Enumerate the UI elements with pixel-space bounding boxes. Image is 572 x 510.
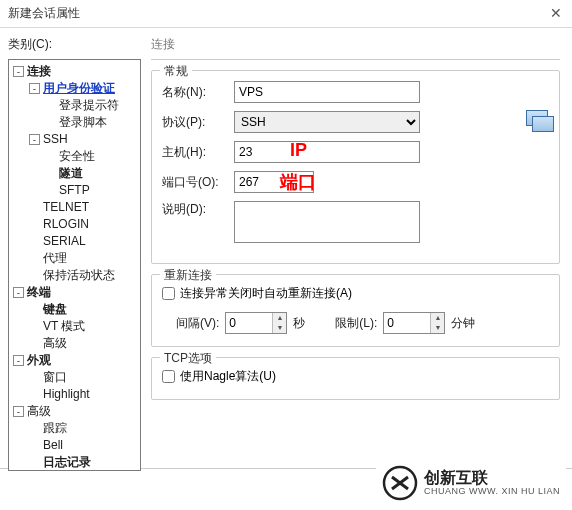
group-reconnect: 重新连接 连接异常关闭时自动重新连接(A) 间隔(V): ▲▼ 秒 限制(L):… xyxy=(151,274,560,347)
brand-en: CHUANG WWW. XIN HU LIAN xyxy=(424,487,560,497)
minutes-label: 分钟 xyxy=(451,315,475,332)
main-panel: 连接 常规 名称(N): 协议(P): SSH 主机(H): IP 端 xyxy=(145,28,572,468)
tree-node[interactable]: 登录脚本 xyxy=(9,114,140,131)
interval-spinner[interactable]: ▲▼ xyxy=(225,312,287,334)
spinner-buttons[interactable]: ▲▼ xyxy=(272,313,286,333)
reconnect-legend: 重新连接 xyxy=(160,267,216,284)
spinner-buttons[interactable]: ▲▼ xyxy=(430,313,444,333)
tree-node[interactable]: -SSH xyxy=(9,131,140,148)
host-input[interactable] xyxy=(234,141,420,163)
category-label: 类别(C): xyxy=(8,36,141,53)
tree-node-label: 登录提示符 xyxy=(59,98,119,112)
expand-icon[interactable]: - xyxy=(29,134,40,145)
content-area: 类别(C): -连接-用户身份验证登录提示符登录脚本-SSH安全性隧道SFTPT… xyxy=(0,28,572,468)
logo-mark-icon xyxy=(382,465,418,501)
tree-node[interactable]: 代理 xyxy=(9,250,140,267)
tree-node[interactable]: Bell xyxy=(9,437,140,454)
auto-reconnect-label: 连接异常关闭时自动重新连接(A) xyxy=(180,285,352,302)
window-title: 新建会话属性 xyxy=(8,5,80,22)
group-tcp: TCP选项 使用Nagle算法(U) xyxy=(151,357,560,400)
tree-node-label: Highlight xyxy=(43,387,90,401)
desc-textarea[interactable] xyxy=(234,201,420,243)
expand-icon[interactable]: - xyxy=(13,287,24,298)
host-label: 主机(H): xyxy=(162,144,234,161)
tree-node[interactable]: -外观 xyxy=(9,352,140,369)
tree-node-label: 隧道 xyxy=(59,166,83,180)
nagle-label: 使用Nagle算法(U) xyxy=(180,368,276,385)
expand-icon[interactable]: - xyxy=(13,406,24,417)
limit-spinner[interactable]: ▲▼ xyxy=(383,312,445,334)
tree-node-label: 安全性 xyxy=(59,149,95,163)
port-input[interactable] xyxy=(234,171,314,193)
tree-node[interactable]: RLOGIN xyxy=(9,216,140,233)
protocol-label: 协议(P): xyxy=(162,114,234,131)
expand-icon[interactable]: - xyxy=(13,355,24,366)
category-tree[interactable]: -连接-用户身份验证登录提示符登录脚本-SSH安全性隧道SFTPTELNETRL… xyxy=(8,59,141,471)
brand-logo: 创新互联 CHUANG WWW. XIN HU LIAN xyxy=(376,462,566,504)
titlebar: 新建会话属性 ✕ xyxy=(0,0,572,28)
tree-node[interactable]: SFTP xyxy=(9,182,140,199)
sidebar: 类别(C): -连接-用户身份验证登录提示符登录脚本-SSH安全性隧道SFTPT… xyxy=(0,28,145,468)
tree-node[interactable]: 键盘 xyxy=(9,301,140,318)
seconds-label: 秒 xyxy=(293,315,305,332)
general-legend: 常规 xyxy=(160,63,192,80)
tree-node-label: SERIAL xyxy=(43,234,86,248)
port-label: 端口号(O): xyxy=(162,174,234,191)
tree-node-label: 外观 xyxy=(27,353,51,367)
expand-icon[interactable]: - xyxy=(29,83,40,94)
tree-node-label: SFTP xyxy=(59,183,90,197)
tree-node[interactable]: 隧道 xyxy=(9,165,140,182)
tree-node[interactable]: 登录提示符 xyxy=(9,97,140,114)
tree-node-label: 高级 xyxy=(27,404,51,418)
tree-node[interactable]: -终端 xyxy=(9,284,140,301)
tree-node-label: 连接 xyxy=(27,64,51,78)
tree-node[interactable]: 跟踪 xyxy=(9,420,140,437)
tree-node[interactable]: -连接 xyxy=(9,63,140,80)
tree-node-label: 保持活动状态 xyxy=(43,268,115,282)
tree-node[interactable]: 高级 xyxy=(9,335,140,352)
tree-node[interactable]: 保持活动状态 xyxy=(9,267,140,284)
auto-reconnect-checkbox[interactable] xyxy=(162,287,175,300)
protocol-select[interactable]: SSH xyxy=(234,111,420,133)
tree-node-label: 窗口 xyxy=(43,370,67,384)
limit-label: 限制(L): xyxy=(335,315,377,332)
tree-node-label: 用户身份验证 xyxy=(43,81,115,95)
tree-node[interactable]: 窗口 xyxy=(9,369,140,386)
tcp-legend: TCP选项 xyxy=(160,350,216,367)
tree-node-label: 终端 xyxy=(27,285,51,299)
interval-label: 间隔(V): xyxy=(176,315,219,332)
interval-input[interactable] xyxy=(226,313,272,333)
tree-node[interactable]: -用户身份验证 xyxy=(9,80,140,97)
name-input[interactable] xyxy=(234,81,420,103)
desc-label: 说明(D): xyxy=(162,201,234,218)
limit-input[interactable] xyxy=(384,313,430,333)
tree-node-label: TELNET xyxy=(43,200,89,214)
tree-node-label: SSH xyxy=(43,132,68,146)
tree-node-label: Bell xyxy=(43,438,63,452)
tree-node-label: 日志记录 xyxy=(43,455,91,469)
tree-node-label: 代理 xyxy=(43,251,67,265)
tree-node[interactable]: 日志记录 xyxy=(9,454,140,471)
tree-node[interactable]: SERIAL xyxy=(9,233,140,250)
tree-node-label: 键盘 xyxy=(43,302,67,316)
group-general: 常规 名称(N): 协议(P): SSH 主机(H): IP 端口号(O): 端… xyxy=(151,70,560,264)
close-icon[interactable]: ✕ xyxy=(550,5,562,21)
tree-node[interactable]: -高级 xyxy=(9,403,140,420)
name-label: 名称(N): xyxy=(162,84,234,101)
expand-icon[interactable]: - xyxy=(13,66,24,77)
tree-node-label: RLOGIN xyxy=(43,217,89,231)
tree-node-label: 跟踪 xyxy=(43,421,67,435)
tree-node[interactable]: TELNET xyxy=(9,199,140,216)
tree-node-label: 登录脚本 xyxy=(59,115,107,129)
nagle-checkbox[interactable] xyxy=(162,370,175,383)
tree-node[interactable]: 安全性 xyxy=(9,148,140,165)
brand-cn: 创新互联 xyxy=(424,469,560,487)
tree-node[interactable]: Highlight xyxy=(9,386,140,403)
tree-node-label: 高级 xyxy=(43,336,67,350)
panel-title: 连接 xyxy=(151,36,560,60)
tree-node-label: VT 模式 xyxy=(43,319,85,333)
tree-node[interactable]: VT 模式 xyxy=(9,318,140,335)
